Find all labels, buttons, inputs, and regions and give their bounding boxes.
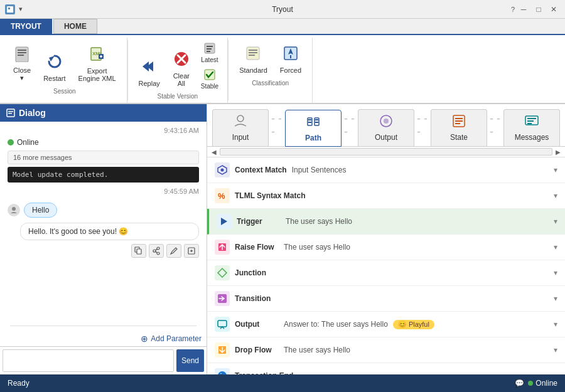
path-item-trigger[interactable]: Trigger The user says Hello ▾ [207,209,565,235]
path-item-drop-flow[interactable]: Drop Flow The user says Hello ▾ [207,337,565,363]
send-button[interactable]: Send [176,349,204,372]
latest-icon [203,42,216,56]
junction-expand[interactable]: ▾ [554,268,557,277]
tab-path[interactable]: Path [285,110,342,147]
tab-output[interactable]: Output [358,109,414,146]
forced-button[interactable]: Forced [274,40,307,78]
restart-button[interactable]: Restart [38,48,71,87]
path-item-raise-flow[interactable]: Raise Flow The user says Hello ▾ [207,235,565,260]
connector-1: - - - [271,112,282,144]
context-match-icon [215,162,230,177]
path-item-context-match[interactable]: Context Match Input Sentences ▾ [207,157,565,183]
user-bubble: Hello [24,203,57,218]
raise-flow-icon [215,240,230,255]
transition-icon [215,291,230,306]
chat-action-3[interactable] [166,244,181,258]
add-parameter-button[interactable]: ⊕ Add Parameter [0,331,207,346]
more-messages-text: 16 more messages [13,154,72,161]
transition-expand[interactable]: ▾ [554,294,557,303]
transaction-end-icon: i [215,368,230,374]
chat-action-4[interactable] [184,244,199,258]
path-item-output[interactable]: Output Answer to: The user says Hello 😊 … [207,312,565,337]
stable-button[interactable]: Stable [197,66,222,92]
tlml-expand[interactable]: ▾ [554,191,557,200]
model-update-text: Model update completed. [13,171,108,179]
clear-label: ClearAll [173,72,190,87]
restart-icon [46,53,63,73]
junction-type: Junction [235,268,279,277]
svg-rect-57 [527,120,534,122]
trigger-icon [217,214,232,229]
svg-point-42 [237,115,244,122]
context-match-expand[interactable]: ▾ [554,166,557,174]
maximize-button[interactable]: □ [532,3,545,16]
svg-marker-11 [143,61,149,72]
tab-messages[interactable]: Messages [503,109,560,146]
help-button[interactable]: ? [511,6,515,13]
transaction-end-type: Transaction End [235,371,293,374]
path-item-junction[interactable]: Junction ▾ [207,260,565,286]
clear-icon [173,50,190,71]
svg-rect-23 [249,52,257,53]
dialog-panel: Dialog 9:43:16 AM Online 16 more message… [0,104,207,374]
latest-label: Latest [201,56,218,63]
raise-flow-text: The user says Hello [284,243,350,252]
connector-3: - - - [417,112,428,144]
replay-button[interactable]: Replay [133,53,166,92]
chat-action-2[interactable] [149,244,164,258]
ribbon-group-session: Close▾ Restart XML [3,38,127,103]
messages-tab-label: Messages [515,133,549,142]
path-item-transition[interactable]: Transition ▾ [207,286,565,312]
junction-icon [215,265,230,280]
scroll-left-arrow[interactable]: ◀ [210,149,218,156]
close-window-button[interactable]: ✕ [547,3,560,16]
model-update-box: Model update completed. [8,167,199,183]
standard-label: Standard [239,66,267,74]
forced-icon [282,45,299,65]
standard-button[interactable]: Standard [234,40,273,78]
export-engine-icon: XML [89,45,106,66]
scroll-track[interactable] [220,148,552,156]
svg-rect-18 [207,51,210,52]
raise-flow-expand[interactable]: ▾ [554,243,557,252]
svg-rect-24 [249,55,255,56]
svg-text:i: i [220,372,222,374]
raise-flow-type: Raise Flow [235,243,279,252]
svg-text:%: % [218,191,225,201]
path-panel: Input - - - Path - - - Output - - - [207,104,565,374]
scroll-right-arrow[interactable]: ▶ [554,149,562,156]
svg-rect-29 [8,111,13,112]
export-engine-xml-button[interactable]: XML ExportEngine XML [73,41,122,87]
svg-rect-1 [8,8,10,9]
svg-marker-62 [221,218,227,225]
ribbon: Close▾ Restart XML [0,35,565,104]
tab-input[interactable]: Input [212,109,269,146]
minimize-button[interactable]: ─ [517,3,530,16]
tab-tryout[interactable]: TRYOUT [0,19,52,34]
chat-input[interactable] [3,349,174,372]
session-buttons: Close▾ Restart XML [8,40,122,87]
chat-action-1[interactable] [131,244,146,258]
clear-all-button[interactable]: ClearAll [167,46,196,92]
drop-flow-expand[interactable]: ▾ [554,346,557,354]
output-expand[interactable]: ▾ [554,320,557,329]
status-online-dot [528,381,533,386]
more-messages-box: 16 more messages [8,151,199,164]
tab-home[interactable]: HOME [53,19,97,34]
svg-rect-33 [137,249,141,254]
online-dot [8,139,14,146]
tab-state[interactable]: State [431,109,487,146]
svg-rect-54 [455,123,460,124]
online-indicator: Online [3,137,204,148]
trigger-expand[interactable]: ▾ [554,217,557,226]
trigger-text: The user says Hello [286,217,352,226]
path-item-transaction-end[interactable]: i Transaction End [207,363,565,374]
close-button[interactable]: Close▾ [8,40,36,87]
latest-button[interactable]: Latest [197,40,222,65]
replay-label: Replay [139,80,160,87]
path-item-tlml[interactable]: % TLML Syntax Match ▾ [207,183,565,209]
ready-text: Ready [8,379,30,388]
classification-group-label: Classification [252,80,289,87]
ribbon-group-classification: Standard Forced Classification [229,38,313,103]
export-label: ExportEngine XML [78,67,116,82]
